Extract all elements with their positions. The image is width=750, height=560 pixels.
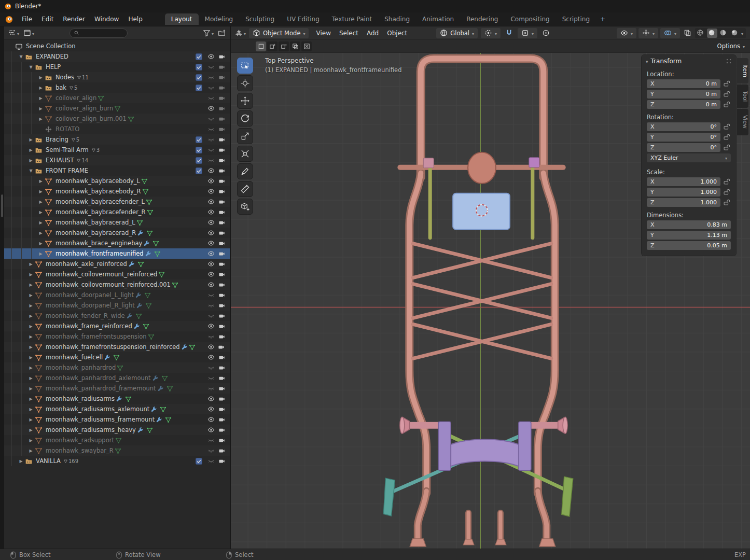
tab-rendering[interactable]: Rendering: [460, 13, 504, 25]
camera-visibility-toggle[interactable]: [216, 292, 227, 299]
outliner-row[interactable]: ▶moonhawk_radsupport: [4, 435, 230, 445]
outliner-row[interactable]: ▶coilover_align_burn.001: [4, 114, 230, 124]
camera-visibility-toggle[interactable]: [216, 178, 227, 185]
lock-icon-button[interactable]: [723, 188, 731, 196]
hide-eye-toggle[interactable]: [206, 271, 216, 278]
panel-resize-handle[interactable]: [1, 194, 3, 217]
camera-visibility-toggle[interactable]: [216, 271, 227, 278]
hide-eye-toggle[interactable]: [206, 188, 216, 195]
outliner-row[interactable]: ▶moonhawk_swaybar_R: [4, 445, 230, 456]
number-field-y[interactable]: Y1.000: [647, 188, 720, 197]
proportional-edit-toggle[interactable]: [540, 28, 551, 38]
sidebar-tab-item[interactable]: Item: [737, 58, 748, 83]
hide-eye-toggle[interactable]: [206, 136, 216, 143]
camera-visibility-toggle[interactable]: [216, 323, 227, 330]
camera-visibility-toggle[interactable]: [216, 199, 227, 205]
menu-select[interactable]: Select: [335, 28, 363, 38]
outliner-row[interactable]: Scene Collection: [4, 41, 230, 51]
hide-eye-toggle[interactable]: [206, 260, 216, 268]
shading-material-button[interactable]: [718, 29, 729, 38]
hide-eye-toggle[interactable]: [206, 229, 216, 236]
move-tool-button[interactable]: [237, 93, 253, 109]
lock-icon-button[interactable]: [723, 101, 731, 108]
tab-sculpting[interactable]: Sculpting: [239, 13, 281, 25]
select-mode-subtract-button[interactable]: [279, 41, 289, 51]
shading-rendered-button[interactable]: [730, 29, 740, 38]
outliner-row[interactable]: ▶moonhawk_radiusarms_framemount: [4, 414, 230, 425]
disclosure-triangle-icon[interactable]: ▶: [37, 96, 45, 101]
disclosure-triangle-icon[interactable]: ▶: [27, 148, 35, 152]
camera-visibility-toggle[interactable]: [216, 375, 227, 382]
disclosure-triangle-icon[interactable]: ▶: [37, 86, 45, 90]
disclosure-triangle-icon[interactable]: ▶: [27, 449, 35, 453]
camera-visibility-toggle[interactable]: [216, 53, 227, 60]
camera-visibility-toggle[interactable]: [216, 396, 227, 402]
outliner-row[interactable]: ▶moonhawk_radiusarms: [4, 394, 230, 404]
disclosure-triangle-icon[interactable]: ▶: [27, 407, 35, 412]
hide-eye-toggle[interactable]: [206, 437, 216, 444]
select-mode-new-button[interactable]: [256, 41, 266, 51]
number-field-x[interactable]: X0.83 m: [647, 220, 731, 229]
outliner-row[interactable]: ▶moonhawk_baybracebody_R: [4, 186, 230, 197]
mount-left[interactable]: [423, 158, 434, 168]
number-field-z[interactable]: Z1.000: [647, 198, 720, 207]
camera-visibility-toggle[interactable]: [216, 188, 227, 195]
gizmos-dropdown[interactable]: [638, 28, 658, 38]
hide-eye-toggle[interactable]: [206, 343, 216, 351]
hide-eye-toggle[interactable]: [206, 94, 216, 102]
steering-box[interactable]: [468, 152, 496, 184]
camera-visibility-toggle[interactable]: [216, 427, 227, 433]
tab-shading[interactable]: Shading: [378, 13, 416, 25]
orientation-dropdown[interactable]: Global: [436, 28, 478, 38]
mode-dropdown[interactable]: Object Mode: [249, 28, 309, 38]
outliner-collection-row[interactable]: ▼EXPANDED: [4, 51, 230, 62]
hide-eye-toggle[interactable]: [206, 198, 216, 205]
outliner-row[interactable]: ▶coilover_align: [4, 93, 230, 103]
outliner-search[interactable]: [70, 29, 128, 38]
disclosure-triangle-icon[interactable]: ▼: [17, 54, 25, 59]
hide-eye-toggle[interactable]: [206, 354, 216, 361]
outliner-row[interactable]: ▶moonhawk_coilovermount_reinforced: [4, 269, 230, 279]
viewport-3d[interactable]: Object Mode ViewSelectAddObject Global: [231, 26, 750, 549]
outliner-row[interactable]: ▶moonhawk_doorpanel_L_light: [4, 290, 230, 300]
menu-object[interactable]: Object: [383, 28, 411, 38]
hide-eye-toggle[interactable]: [206, 385, 216, 392]
outliner-collection-row[interactable]: ▶VANILLA169: [4, 456, 230, 466]
outliner-row[interactable]: ▶moonhawk_baybracerad_R: [4, 228, 230, 238]
search-input[interactable]: [81, 30, 118, 36]
exclude-checkbox[interactable]: [196, 53, 202, 60]
camera-visibility-toggle[interactable]: [216, 406, 227, 413]
disclosure-triangle-icon[interactable]: ▼: [27, 169, 35, 173]
hide-eye-toggle[interactable]: [206, 84, 216, 91]
outliner-row[interactable]: ▶moonhawk_baybracefender_R: [4, 207, 230, 217]
viewport-canvas[interactable]: Top Perspective (1) EXPANDED | moonhawk_…: [231, 53, 750, 549]
camera-visibility-toggle[interactable]: [216, 74, 227, 81]
disclosure-triangle-icon[interactable]: ▶: [27, 158, 35, 163]
outliner-row[interactable]: ▶moonhawk_panhardrod_axlemount: [4, 373, 230, 383]
disclosure-triangle-icon[interactable]: ▶: [27, 334, 35, 339]
hide-eye-toggle[interactable]: [206, 208, 216, 216]
hide-eye-toggle[interactable]: [206, 416, 216, 423]
disclosure-triangle-icon[interactable]: ▶: [37, 106, 45, 111]
hide-eye-toggle[interactable]: [206, 74, 216, 81]
outliner-collection-row[interactable]: ▶Bracing5: [4, 134, 230, 145]
exclude-checkbox[interactable]: [196, 167, 202, 174]
mount-right[interactable]: [529, 158, 539, 167]
camera-visibility-toggle[interactable]: [216, 147, 227, 153]
disclosure-triangle-icon[interactable]: ▶: [27, 366, 35, 370]
snap-magnet-toggle[interactable]: [504, 28, 515, 38]
hide-eye-toggle[interactable]: [206, 146, 216, 153]
hide-eye-toggle[interactable]: [206, 302, 216, 309]
visibility-dropdown[interactable]: [617, 28, 636, 38]
add-workspace-button[interactable]: +: [596, 13, 609, 25]
hide-eye-toggle[interactable]: [206, 364, 216, 371]
hide-eye-toggle[interactable]: [206, 167, 216, 174]
disclosure-triangle-icon[interactable]: ▶: [27, 293, 35, 298]
rotation-mode-dropdown[interactable]: XYZ Euler: [647, 153, 731, 162]
hide-eye-toggle[interactable]: [206, 447, 216, 454]
panel-grip-icon[interactable]: [726, 58, 732, 64]
disclosure-triangle-icon[interactable]: ▶: [27, 428, 35, 432]
camera-visibility-toggle[interactable]: [216, 437, 227, 444]
disclosure-triangle-icon[interactable]: ▶: [37, 241, 45, 246]
hide-eye-toggle[interactable]: [206, 405, 216, 413]
